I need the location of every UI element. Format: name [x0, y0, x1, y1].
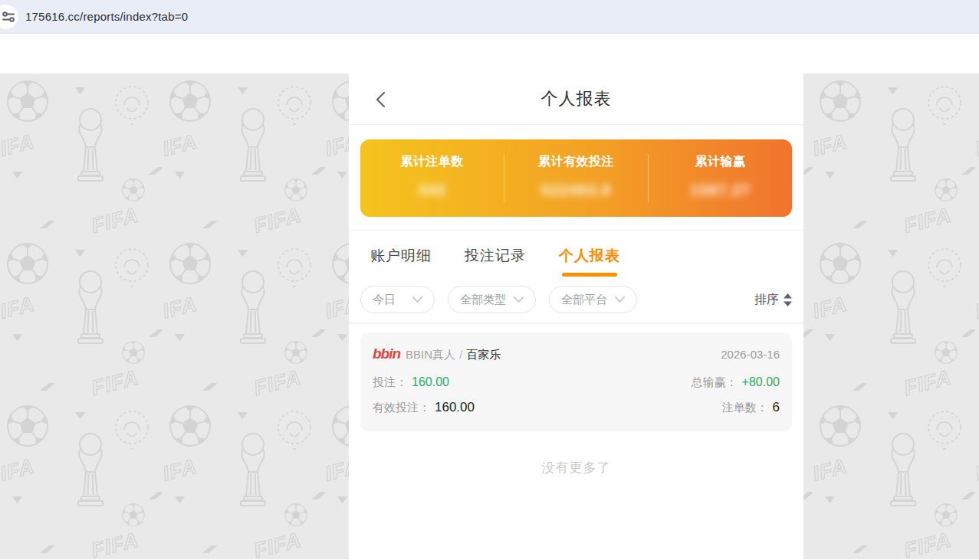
- page-stage: FIFA: [0, 34, 979, 559]
- tab-underline: [373, 273, 429, 277]
- browser-url-bar[interactable]: 175616.cc/reports/index?tab=0: [0, 0, 979, 34]
- bbin-logo: bbin: [373, 345, 400, 362]
- sort-icon: [784, 293, 792, 306]
- back-chevron-icon: [376, 91, 386, 108]
- summary-label: 累计有效投注: [538, 154, 614, 170]
- summary-valid-bets: 累计有效投注 522493.8: [504, 139, 648, 217]
- valid-bet-label: 有效投注：: [373, 401, 430, 415]
- summary-value-masked: 522493.8: [541, 182, 611, 199]
- tab-active-underline: [562, 273, 617, 277]
- summary-label: 累计输赢: [695, 154, 746, 170]
- summary-label: 累计注单数: [400, 154, 464, 170]
- count-label: 注单数：: [722, 401, 768, 415]
- chevron-down-icon: [412, 296, 422, 303]
- tune-icon: [2, 10, 15, 24]
- bet-label: 投注：: [373, 375, 407, 390]
- report-list: bbin BBIN真人 / 百家乐 2026-03-16 投注： 160.00 …: [349, 323, 803, 476]
- record-provider: BBIN真人: [406, 348, 455, 362]
- record-separator: /: [459, 348, 462, 361]
- chevron-down-icon: [514, 296, 524, 303]
- valid-bet-value: 160.00: [435, 400, 475, 415]
- date-filter-dropdown[interactable]: 今日: [360, 286, 435, 313]
- page-header: 个人报表: [349, 74, 803, 125]
- record-row: 投注： 160.00 总输赢： +80.00: [373, 375, 780, 390]
- summary-card: 累计注单数 343 累计有效投注 522493.8 累计输赢 1587.27: [360, 139, 792, 217]
- summary-total-bets: 累计注单数 343: [360, 139, 504, 217]
- report-panel: 个人报表 累计注单数 343 累计有效投注 522493.8 累计输赢 1587…: [349, 74, 803, 559]
- record-game: 百家乐: [466, 348, 501, 362]
- platform-filter-dropdown[interactable]: 全部平台: [549, 286, 637, 313]
- record-date: 2026-03-16: [721, 348, 780, 361]
- tab-personal-report[interactable]: 个人报表: [559, 246, 620, 277]
- url-text[interactable]: 175616.cc/reports/index?tab=0: [25, 10, 188, 23]
- type-filter-dropdown[interactable]: 全部类型: [448, 286, 536, 313]
- no-more-text: 没有更多了: [360, 459, 792, 476]
- tab-underline: [468, 273, 523, 277]
- sort-control[interactable]: 排序: [754, 292, 792, 308]
- summary-value-masked: 1587.27: [690, 182, 751, 199]
- page-title: 个人报表: [541, 87, 612, 110]
- win-label: 总输赢：: [692, 375, 738, 390]
- tab-bar: 账户明细 投注记录 个人报表: [349, 231, 803, 277]
- count-value: 6: [773, 400, 780, 415]
- tab-bet-records[interactable]: 投注记录: [465, 246, 526, 277]
- summary-value-masked: 343: [418, 182, 445, 199]
- tab-account-detail[interactable]: 账户明细: [370, 246, 432, 277]
- bet-value: 160.00: [412, 375, 449, 389]
- report-list-item[interactable]: bbin BBIN真人 / 百家乐 2026-03-16 投注： 160.00 …: [360, 332, 792, 431]
- record-header: bbin BBIN真人 / 百家乐 2026-03-16: [373, 345, 780, 362]
- back-button[interactable]: [369, 88, 392, 111]
- record-row: 有效投注： 160.00 注单数： 6: [373, 400, 780, 415]
- site-settings-icon[interactable]: [0, 5, 18, 29]
- win-value: +80.00: [742, 375, 780, 389]
- summary-win-loss: 累计输赢 1587.27: [649, 139, 792, 217]
- chevron-down-icon: [615, 296, 625, 303]
- filter-bar: 今日 全部类型 全部平台 排序: [360, 286, 792, 313]
